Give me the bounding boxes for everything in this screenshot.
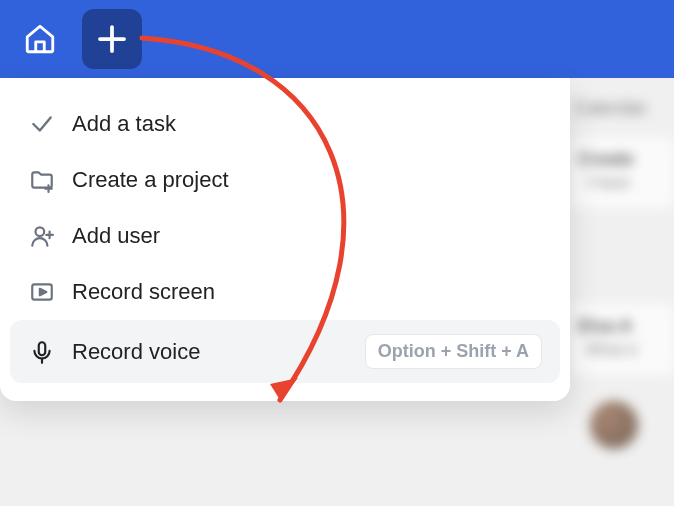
folder-plus-icon <box>28 166 56 194</box>
background-blurred-content: Calendar Create I have Elsa A What d <box>570 78 674 506</box>
keyboard-shortcut: Option + Shift + A <box>365 334 542 369</box>
create-menu-dropdown: Add a task Create a project Add user Rec… <box>0 78 570 401</box>
plus-icon <box>94 21 130 57</box>
bg-tab-calendar: Calendar <box>570 88 674 129</box>
bg-avatar <box>590 401 638 449</box>
bg-card: Elsa A What d <box>570 304 674 375</box>
bg-card-sub: What d <box>578 337 666 363</box>
menu-item-add-task[interactable]: Add a task <box>10 96 560 152</box>
check-icon <box>28 110 56 138</box>
svg-point-4 <box>36 227 45 236</box>
mic-icon <box>28 338 56 366</box>
menu-item-record-voice[interactable]: Record voice Option + Shift + A <box>10 320 560 383</box>
menu-item-add-user[interactable]: Add user <box>10 208 560 264</box>
menu-item-label: Record screen <box>72 279 542 305</box>
svg-marker-8 <box>40 289 47 296</box>
bg-card-sub: I have <box>578 170 666 196</box>
create-button[interactable] <box>82 9 142 69</box>
menu-item-label: Record voice <box>72 339 349 365</box>
app-header <box>0 0 674 78</box>
menu-item-label: Create a project <box>72 167 542 193</box>
bg-card-title: Create <box>578 149 666 170</box>
bg-card: Create I have <box>570 137 674 208</box>
home-button[interactable] <box>18 17 62 61</box>
user-plus-icon <box>28 222 56 250</box>
menu-item-record-screen[interactable]: Record screen <box>10 264 560 320</box>
menu-item-label: Add user <box>72 223 542 249</box>
menu-item-label: Add a task <box>72 111 542 137</box>
screen-record-icon <box>28 278 56 306</box>
home-icon <box>23 22 57 56</box>
bg-card-title: Elsa A <box>578 316 666 337</box>
svg-rect-9 <box>39 342 46 355</box>
menu-item-create-project[interactable]: Create a project <box>10 152 560 208</box>
